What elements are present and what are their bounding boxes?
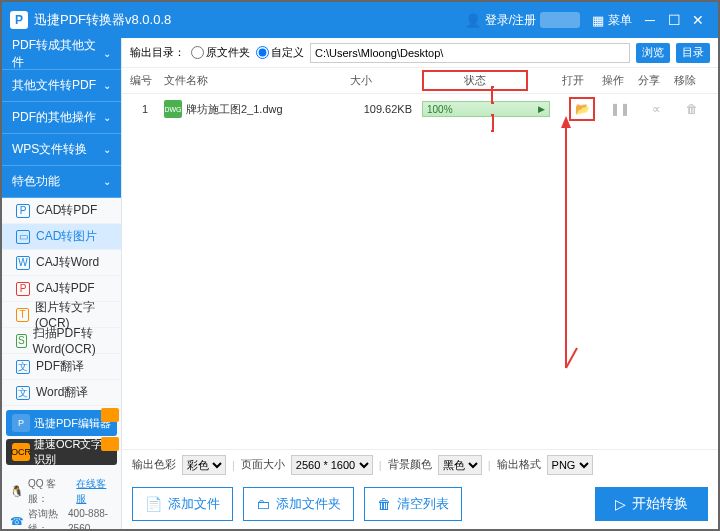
- play-icon: ▶: [538, 104, 545, 114]
- content-area: 输出目录： 原文件夹 自定义 浏览 目录 编号 文件名称 大小 状态 打开 操作…: [122, 38, 718, 529]
- bg-label: 背景颜色: [388, 457, 432, 472]
- col-open: 打开: [562, 73, 602, 88]
- fmt-label: 输出格式: [497, 457, 541, 472]
- cell-size: 109.62KB: [350, 103, 422, 115]
- start-convert-button[interactable]: ▷开始转换: [595, 487, 708, 521]
- output-path-bar: 输出目录： 原文件夹 自定义 浏览 目录: [122, 38, 718, 68]
- annotation-arrow-icon: [122, 68, 718, 449]
- col-share: 分享: [638, 73, 674, 88]
- cell-index: 1: [130, 103, 160, 115]
- play-circle-icon: ▷: [615, 496, 626, 512]
- sidebar-group-special[interactable]: 特色功能⌄: [2, 166, 121, 198]
- dir-button[interactable]: 目录: [676, 43, 710, 63]
- ocr-icon: T: [16, 308, 29, 322]
- hot-badge-icon: [101, 437, 119, 451]
- translate-icon: 文: [16, 360, 30, 374]
- col-index: 编号: [130, 73, 160, 88]
- menu-button[interactable]: ▦ 菜单: [592, 12, 632, 29]
- color-select[interactable]: 彩色: [182, 455, 226, 475]
- member-badge: [540, 12, 580, 28]
- output-path-input[interactable]: [310, 43, 630, 63]
- col-operate: 操作: [602, 73, 638, 88]
- hot-badge-icon: [101, 408, 119, 422]
- table-row[interactable]: 1 DWG 牌坊施工图2_1.dwg 109.62KB 100%▶ 📂 ❚❚ ∝…: [122, 94, 718, 124]
- close-button[interactable]: ✕: [686, 12, 710, 28]
- file-plus-icon: 📄: [145, 496, 162, 512]
- bg-color-select[interactable]: 黑色: [438, 455, 482, 475]
- app-title: 迅捷PDF转换器v8.0.0.8: [34, 11, 171, 29]
- sidebar-item-word-translate[interactable]: 文Word翻译: [2, 380, 121, 406]
- scan-icon: S: [16, 334, 27, 348]
- ocr-promo-icon: OCR: [12, 443, 30, 461]
- dwg-file-icon: DWG: [164, 100, 182, 118]
- options-bar: 输出色彩 彩色 | 页面大小 2560 * 1600 | 背景颜色 黑色 | 输…: [122, 449, 718, 479]
- doc-icon: P: [16, 204, 30, 218]
- share-button[interactable]: ∝: [638, 102, 674, 116]
- minimize-button[interactable]: ─: [638, 12, 662, 28]
- word-icon: W: [16, 256, 30, 270]
- format-select[interactable]: PNG: [547, 455, 593, 475]
- sidebar-item-pdf-translate[interactable]: 文PDF翻译: [2, 354, 121, 380]
- sidebar: PDF转成其他文件⌄ 其他文件转PDF⌄ PDF的其他操作⌄ WPS文件转换⌄ …: [2, 38, 122, 529]
- radio-original-folder[interactable]: 原文件夹: [191, 45, 250, 60]
- user-icon: 👤: [465, 13, 481, 28]
- chevron-down-icon: ⌄: [103, 144, 111, 155]
- chevron-down-icon: ⌄: [103, 112, 111, 123]
- login-button[interactable]: 👤 登录/注册: [465, 12, 580, 29]
- cell-filename: DWG 牌坊施工图2_1.dwg: [160, 100, 350, 118]
- chevron-down-icon: ⌄: [103, 176, 111, 187]
- promo-ocr[interactable]: OCR 捷速OCR文字识别: [6, 439, 117, 465]
- sidebar-group-other-to-pdf[interactable]: 其他文件转PDF⌄: [2, 70, 121, 102]
- chevron-down-icon: ⌄: [103, 80, 111, 91]
- cell-open[interactable]: 📂: [562, 97, 602, 121]
- sidebar-item-cad-to-pdf[interactable]: PCAD转PDF: [2, 198, 121, 224]
- browse-button[interactable]: 浏览: [636, 43, 670, 63]
- sidebar-group-pdf-to-other[interactable]: PDF转成其他文件⌄: [2, 38, 121, 70]
- page-size-select[interactable]: 2560 * 1600: [291, 455, 373, 475]
- color-label: 输出色彩: [132, 457, 176, 472]
- output-label: 输出目录：: [130, 45, 185, 60]
- add-folder-button[interactable]: 🗀添加文件夹: [243, 487, 354, 521]
- sidebar-group-wps[interactable]: WPS文件转换⌄: [2, 134, 121, 166]
- qq-link[interactable]: 在线客服: [76, 476, 113, 506]
- sidebar-item-caj-to-word[interactable]: WCAJ转Word: [2, 250, 121, 276]
- pdf-icon: P: [16, 282, 30, 296]
- radio-custom-folder[interactable]: 自定义: [256, 45, 304, 60]
- trash-icon: 🗑: [377, 496, 391, 512]
- table-header: 编号 文件名称 大小 状态 打开 操作 分享 移除: [122, 68, 718, 94]
- image-icon: ▭: [16, 230, 30, 244]
- translate-icon: 文: [16, 386, 30, 400]
- menu-label: 菜单: [608, 12, 632, 29]
- sidebar-footer: 🐧QQ 客服：在线客服 ☎咨询热线：400-888-2560 ⌂官网地址 帮助中…: [2, 472, 121, 529]
- file-table: 编号 文件名称 大小 状态 打开 操作 分享 移除 1 DWG 牌坊施工图2_1…: [122, 68, 718, 449]
- clear-list-button[interactable]: 🗑清空列表: [364, 487, 462, 521]
- col-size: 大小: [350, 73, 422, 88]
- editor-icon: P: [12, 414, 30, 432]
- add-file-button[interactable]: 📄添加文件: [132, 487, 233, 521]
- action-bar: 📄添加文件 🗀添加文件夹 🗑清空列表 ▷开始转换: [122, 479, 718, 529]
- col-filename: 文件名称: [160, 73, 350, 88]
- sidebar-item-scan-pdf-word[interactable]: S扫描PDF转Word(OCR): [2, 328, 121, 354]
- col-remove: 移除: [674, 73, 710, 88]
- promo-pdf-editor[interactable]: P 迅捷PDF编辑器: [6, 410, 117, 436]
- maximize-button[interactable]: ☐: [662, 12, 686, 28]
- chevron-down-icon: ⌄: [103, 48, 111, 59]
- folder-open-icon: 📂: [573, 101, 591, 117]
- sidebar-group-pdf-ops[interactable]: PDF的其他操作⌄: [2, 102, 121, 134]
- cell-status: 100%▶: [422, 89, 562, 129]
- phone-icon: ☎: [10, 514, 24, 529]
- sidebar-item-cad-to-image[interactable]: ▭CAD转图片: [2, 224, 121, 250]
- qq-icon: 🐧: [10, 484, 24, 499]
- app-logo-icon: P: [10, 11, 28, 29]
- pause-button[interactable]: ❚❚: [602, 102, 638, 116]
- delete-button[interactable]: 🗑: [674, 102, 710, 116]
- grid-icon: ▦: [592, 13, 604, 28]
- svg-line-1: [566, 348, 577, 368]
- page-label: 页面大小: [241, 457, 285, 472]
- col-status: 状态: [422, 70, 562, 91]
- titlebar: P 迅捷PDF转换器v8.0.0.8 👤 登录/注册 ▦ 菜单 ─ ☐ ✕: [2, 2, 718, 38]
- login-label: 登录/注册: [485, 12, 536, 29]
- folder-plus-icon: 🗀: [256, 496, 270, 512]
